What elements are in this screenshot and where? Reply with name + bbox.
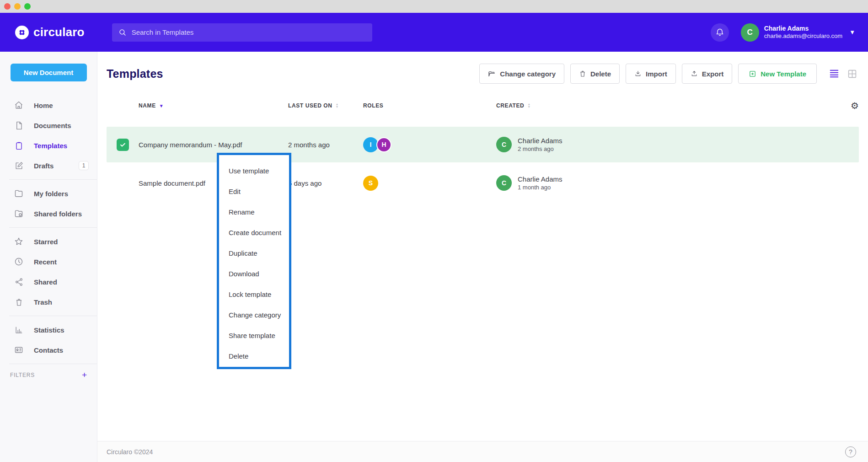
trash-icon xyxy=(579,70,586,77)
contacts-card-icon xyxy=(14,345,24,355)
search-box xyxy=(112,23,372,42)
menu-item-rename[interactable]: Rename xyxy=(219,202,289,222)
sidebar-item-label: Drafts xyxy=(34,162,54,170)
column-header-created[interactable]: CREATED ▲▼ xyxy=(496,102,841,109)
button-label: Change category xyxy=(500,70,556,78)
new-template-button[interactable]: New Template xyxy=(738,64,817,84)
bell-icon xyxy=(715,28,724,37)
circularo-logo-icon xyxy=(15,26,29,39)
templates-table: NAME ▼ LAST USED ON ▲▼ ROLES CREATED ▲▼ … xyxy=(97,97,868,201)
add-filter-button[interactable]: + xyxy=(82,371,87,379)
drafts-count-badge: 1 xyxy=(79,161,89,170)
menu-item-change-category[interactable]: Change category xyxy=(219,305,289,325)
help-button[interactable]: ? xyxy=(845,446,856,457)
column-header-roles[interactable]: ROLES xyxy=(363,102,496,109)
table-settings-gear-icon[interactable]: ⚙ xyxy=(851,100,859,111)
row-context-menu: Use template Edit Rename Create document… xyxy=(217,153,291,369)
user-avatar: C xyxy=(741,23,759,42)
filters-section: FILTERS + xyxy=(0,371,97,379)
template-name[interactable]: Company memorandum - May.pdf xyxy=(139,141,288,149)
sidebar-item-starred[interactable]: Starred xyxy=(0,231,97,252)
menu-item-download[interactable]: Download xyxy=(219,263,289,284)
user-name: Charlie Adams xyxy=(764,25,842,32)
sidebar: New Document Home Documents Templates xyxy=(0,52,97,462)
app-header: circularo C Charlie Adams charlie.adams@… xyxy=(0,13,868,52)
user-email: charlie.adams@circularo.com xyxy=(764,32,842,40)
search-input[interactable] xyxy=(132,28,366,36)
share-icon xyxy=(14,278,24,286)
import-icon xyxy=(634,70,642,77)
creator-avatar: C xyxy=(496,137,512,152)
sidebar-item-drafts[interactable]: Drafts 1 xyxy=(0,156,97,176)
menu-item-delete[interactable]: Delete xyxy=(219,346,289,366)
question-mark-icon: ? xyxy=(849,448,852,456)
table-header-row: NAME ▼ LAST USED ON ▲▼ ROLES CREATED ▲▼ … xyxy=(107,97,859,115)
user-menu[interactable]: C Charlie Adams charlie.adams@circularo.… xyxy=(741,23,855,42)
delete-button[interactable]: Delete xyxy=(570,64,620,84)
column-header-last-used-on[interactable]: LAST USED ON ▲▼ xyxy=(288,102,363,109)
trash-icon xyxy=(14,298,24,306)
sidebar-item-shared[interactable]: Shared xyxy=(0,272,97,292)
minimize-window-button[interactable] xyxy=(14,3,21,10)
roles-cell: I H xyxy=(363,137,496,152)
row-checkbox-checked[interactable] xyxy=(117,139,129,151)
menu-item-use-template[interactable]: Use template xyxy=(219,161,289,181)
sidebar-item-trash[interactable]: Trash xyxy=(0,292,97,312)
created-ago: 1 month ago xyxy=(518,183,563,191)
creator-name: Charlie Adams xyxy=(518,175,563,183)
import-button[interactable]: Import xyxy=(626,64,676,84)
menu-item-duplicate[interactable]: Duplicate xyxy=(219,243,289,263)
document-icon xyxy=(14,121,24,130)
notifications-button[interactable] xyxy=(711,23,729,42)
list-view-button[interactable] xyxy=(829,69,839,78)
sidebar-item-shared-folders[interactable]: Shared folders xyxy=(0,204,97,224)
sidebar-item-my-folders[interactable]: My folders xyxy=(0,183,97,204)
clipboard-icon xyxy=(14,141,24,150)
button-label: Import xyxy=(646,70,667,78)
button-label: Export xyxy=(702,70,724,78)
sidebar-divider xyxy=(9,316,97,316)
grid-view-button[interactable] xyxy=(847,69,857,79)
sort-desc-icon: ▼ xyxy=(159,103,164,108)
sidebar-item-label: Shared folders xyxy=(34,210,82,218)
plus-square-icon xyxy=(749,70,756,78)
column-label: ROLES xyxy=(363,102,383,109)
created-cell: C Charlie Adams 2 months ago xyxy=(496,136,841,153)
sidebar-item-statistics[interactable]: Statistics xyxy=(0,320,97,340)
main-content: Templates Change category Delete Import … xyxy=(97,52,868,462)
menu-item-lock-template[interactable]: Lock template xyxy=(219,284,289,305)
column-label: LAST USED ON xyxy=(288,102,332,109)
search-icon xyxy=(118,28,127,37)
role-avatar[interactable]: H xyxy=(376,137,391,152)
created-ago: 2 months ago xyxy=(518,145,563,153)
menu-item-edit[interactable]: Edit xyxy=(219,181,289,202)
sidebar-item-documents[interactable]: Documents xyxy=(0,115,97,135)
column-label: NAME xyxy=(139,102,156,109)
role-avatar[interactable]: S xyxy=(363,176,378,191)
check-icon xyxy=(119,141,126,148)
last-used-value: 2 months ago xyxy=(288,141,363,149)
menu-item-create-document[interactable]: Create document xyxy=(219,222,289,243)
brand-logo[interactable]: circularo xyxy=(15,25,85,39)
close-window-button[interactable] xyxy=(4,3,11,10)
sidebar-item-label: Trash xyxy=(34,298,52,306)
sidebar-item-contacts[interactable]: Contacts xyxy=(0,340,97,360)
sidebar-item-recent[interactable]: Recent xyxy=(0,252,97,272)
sort-icon: ▲▼ xyxy=(336,103,339,108)
toolbar: Change category Delete Import Export New… xyxy=(479,64,857,84)
sidebar-item-templates[interactable]: Templates xyxy=(0,135,97,156)
sidebar-item-label: Shared xyxy=(34,278,57,286)
created-cell: C Charlie Adams 1 month ago xyxy=(496,175,841,191)
maximize-window-button[interactable] xyxy=(24,3,31,10)
column-label: CREATED xyxy=(496,102,524,109)
column-header-name[interactable]: NAME ▼ xyxy=(139,102,288,109)
menu-item-share-template[interactable]: Share template xyxy=(219,325,289,346)
change-category-button[interactable]: Change category xyxy=(479,64,564,84)
sidebar-item-home[interactable]: Home xyxy=(0,95,97,115)
pencil-square-icon xyxy=(14,161,24,170)
export-button[interactable]: Export xyxy=(682,64,733,84)
new-document-button[interactable]: New Document xyxy=(11,64,87,81)
sidebar-item-label: Recent xyxy=(34,258,57,266)
last-used-value: 5 days ago xyxy=(288,179,363,187)
shared-folder-icon xyxy=(14,209,24,218)
